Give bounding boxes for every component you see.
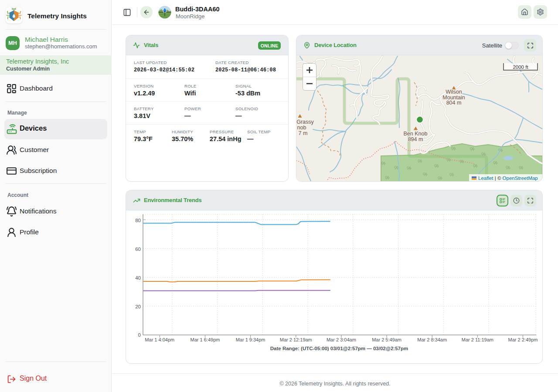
svg-text:7 m: 7 m: [299, 130, 308, 136]
svg-text:Mar 2 11:19am: Mar 2 11:19am: [462, 337, 493, 342]
svg-text:Mar 2 8:34am: Mar 2 8:34am: [417, 337, 447, 342]
svg-text:80: 80: [135, 218, 141, 223]
svg-text:Wilson: Wilson: [446, 89, 462, 95]
svg-text:Grassy: Grassy: [296, 119, 314, 125]
svg-text:20: 20: [135, 304, 141, 309]
svg-text:Ben Knob: Ben Knob: [404, 131, 428, 137]
svg-text:Mar 1 9:34pm: Mar 1 9:34pm: [236, 337, 265, 342]
svg-text:2000 ft: 2000 ft: [513, 64, 528, 70]
svg-text:40: 40: [135, 275, 141, 280]
svg-text:nob: nob: [297, 125, 306, 131]
svg-text:804 m: 804 m: [446, 100, 462, 106]
svg-text:Mar 2 5:49am: Mar 2 5:49am: [372, 337, 401, 342]
svg-text:Mar 2 2:49pm: Mar 2 2:49pm: [508, 337, 538, 342]
svg-text:Leaflet | © OpenStreetMap: Leaflet | © OpenStreetMap: [478, 176, 538, 181]
svg-text:0: 0: [138, 332, 141, 338]
svg-text:Mar 2 12:19am: Mar 2 12:19am: [280, 337, 312, 342]
svg-text:Mar 1 6:49pm: Mar 1 6:49pm: [191, 337, 220, 342]
svg-text:Mar 2 3:04am: Mar 2 3:04am: [327, 337, 356, 342]
svg-text:Mar 1 4:04pm: Mar 1 4:04pm: [145, 337, 174, 342]
svg-text:Date Range: (UTC-05:00) 03/01@: Date Range: (UTC-05:00) 03/01@2:57pm — 0…: [270, 346, 408, 351]
svg-text:894 m: 894 m: [408, 136, 423, 142]
svg-text:60: 60: [135, 247, 141, 252]
